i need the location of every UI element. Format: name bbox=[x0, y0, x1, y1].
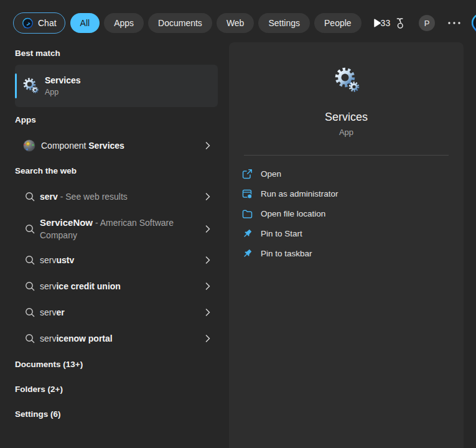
action-label: Pin to taskbar bbox=[261, 249, 312, 258]
component-services-label: Component Services bbox=[41, 141, 124, 151]
chevron-right-icon bbox=[205, 142, 210, 149]
documents-group-header[interactable]: Documents (13+) bbox=[15, 359, 218, 370]
preview-title: Services bbox=[325, 110, 368, 124]
search-icon bbox=[25, 255, 35, 265]
action-label: Open bbox=[261, 169, 281, 179]
more-options-icon[interactable] bbox=[448, 22, 460, 24]
search-icon bbox=[25, 224, 35, 234]
suggestion-text: servicenow portal bbox=[40, 332, 113, 345]
chevron-right-icon bbox=[205, 282, 210, 290]
best-match-header: Best match bbox=[15, 48, 218, 59]
bing-logo-icon[interactable] bbox=[470, 12, 476, 34]
chevron-right-icon bbox=[205, 256, 210, 264]
filter-tab-people[interactable]: People bbox=[314, 13, 362, 33]
suggestion-text: server bbox=[40, 306, 65, 319]
pin-icon bbox=[242, 248, 253, 259]
run-admin-icon bbox=[242, 189, 253, 199]
action-label: Open file location bbox=[261, 209, 325, 218]
pin-icon bbox=[242, 228, 253, 239]
chevron-right-icon bbox=[205, 309, 210, 316]
more-filters-arrow-icon[interactable] bbox=[374, 16, 381, 30]
action-pin-to-start[interactable]: Pin to Start bbox=[229, 223, 464, 243]
settings-group-header[interactable]: Settings (6) bbox=[15, 409, 218, 420]
filter-tab-settings[interactable]: Settings bbox=[258, 13, 310, 33]
folders-group-header[interactable]: Folders (2+) bbox=[15, 384, 218, 395]
suggestion-text: serv - See web results bbox=[40, 190, 128, 203]
search-icon bbox=[25, 334, 35, 343]
rewards-medal-icon bbox=[394, 17, 406, 30]
apps-header: Apps bbox=[15, 114, 218, 126]
action-open-file-location[interactable]: Open file location bbox=[229, 203, 464, 223]
services-gears-icon bbox=[21, 77, 40, 95]
web-suggestion-servicenow[interactable]: ServiceNow - American Software Company bbox=[15, 212, 218, 246]
filter-tab-web[interactable]: Web bbox=[217, 13, 254, 33]
chevron-right-icon bbox=[205, 225, 210, 233]
profile-avatar[interactable]: P bbox=[419, 15, 435, 31]
action-run-as-administrator[interactable]: Run as administrator bbox=[229, 184, 464, 203]
rewards-button[interactable]: 33 bbox=[381, 17, 406, 30]
best-match-subtitle: App bbox=[45, 87, 81, 97]
search-results-panel: Best match Services App Apps Component S… bbox=[15, 0, 218, 420]
result-component-services[interactable]: Component Services bbox=[15, 134, 218, 157]
search-icon bbox=[25, 192, 35, 202]
selection-accent-bar bbox=[15, 73, 17, 98]
suggestion-text: ServiceNow - American Software Company bbox=[40, 217, 189, 241]
search-icon bbox=[25, 307, 35, 317]
action-pin-to-taskbar[interactable]: Pin to taskbar bbox=[229, 243, 464, 263]
divider bbox=[244, 155, 449, 156]
component-services-icon bbox=[22, 139, 36, 152]
best-match-text: Services App bbox=[45, 75, 81, 97]
web-suggestion-servicenow-portal[interactable]: servicenow portal bbox=[15, 327, 218, 350]
web-suggestion-servustv[interactable]: servustv bbox=[15, 249, 218, 271]
open-icon bbox=[242, 169, 253, 179]
result-preview-panel: Services App Open Run as administrator bbox=[229, 42, 464, 448]
action-list: Open Run as administrator Open file loca… bbox=[229, 164, 464, 263]
chevron-right-icon bbox=[205, 335, 210, 342]
action-label: Run as administrator bbox=[261, 189, 338, 198]
web-suggestion-serv[interactable]: serv - See web results bbox=[15, 185, 218, 208]
action-label: Pin to Start bbox=[261, 229, 302, 238]
search-the-web-header: Search the web bbox=[15, 166, 218, 177]
suggestion-text: servustv bbox=[40, 254, 74, 266]
chevron-right-icon bbox=[205, 193, 210, 200]
search-icon bbox=[25, 281, 35, 291]
best-match-result-services[interactable]: Services App bbox=[15, 65, 218, 107]
action-open[interactable]: Open bbox=[229, 164, 464, 184]
topbar-right-cluster: 33 P bbox=[381, 12, 476, 34]
web-suggestion-service-credit-union[interactable]: service credit union bbox=[15, 275, 218, 297]
rewards-count: 33 bbox=[381, 18, 391, 28]
suggestion-text: service credit union bbox=[40, 280, 121, 292]
web-suggestion-server[interactable]: server bbox=[15, 301, 218, 324]
preview-subtitle: App bbox=[339, 127, 353, 138]
services-gears-icon-large bbox=[332, 65, 362, 95]
folder-icon bbox=[242, 208, 253, 219]
best-match-title: Services bbox=[45, 75, 81, 86]
